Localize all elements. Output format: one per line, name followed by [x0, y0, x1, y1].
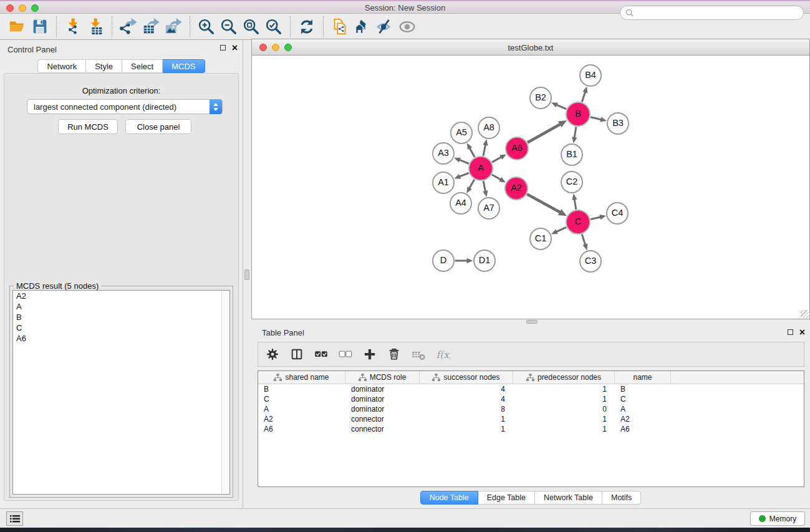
select-stepper-icon[interactable] [210, 99, 222, 114]
graph-edge-A2-C[interactable] [527, 194, 567, 216]
node-table-body[interactable]: Bdominator41BCdominator41CAdominator80AA… [258, 384, 804, 434]
cell-successor-nodes[interactable]: 1 [420, 414, 513, 424]
gear-button[interactable] [264, 345, 281, 364]
export-network-button[interactable] [117, 16, 140, 37]
column-header-shared-name[interactable]: shared name [258, 371, 345, 384]
cell-name[interactable]: B [615, 384, 671, 394]
network-window-titlebar[interactable]: testGlobe.txt [252, 39, 809, 56]
result-item-B[interactable]: B [13, 312, 229, 322]
graph-edge-C-C1[interactable] [551, 227, 566, 234]
hide-selected-button[interactable] [374, 16, 396, 37]
graph-edge-B-B1[interactable] [572, 127, 577, 143]
table-row-A2[interactable]: A2connector11A2 [258, 414, 804, 424]
add-button[interactable] [362, 345, 378, 364]
column-header-MCDS-role[interactable]: MCDS role [345, 371, 420, 384]
cell-shared-name[interactable]: A2 [258, 414, 345, 424]
graph-node-A5[interactable]: A5 [451, 122, 472, 143]
node-table[interactable]: shared nameMCDS rolesuccessor nodesprede… [258, 370, 804, 487]
table-row-A[interactable]: Adominator80A [258, 404, 804, 414]
cell-successor-nodes[interactable]: 4 [420, 394, 513, 404]
delete-table-button[interactable] [410, 345, 427, 364]
close-panel-button[interactable]: Close panel [125, 119, 191, 134]
graph-edge-A-A8[interactable] [483, 139, 488, 156]
graph-node-B4[interactable]: B4 [580, 65, 601, 86]
horizontal-split-divider[interactable] [251, 319, 810, 324]
task-history-button[interactable] [6, 511, 23, 526]
graph-edge-A-A5[interactable] [467, 143, 475, 157]
tab-network[interactable]: Network [37, 59, 86, 73]
tab-node-table[interactable]: Node Table [420, 491, 478, 505]
cell-successor-nodes[interactable]: 1 [420, 424, 513, 434]
graph-node-A2[interactable]: A2 [505, 177, 528, 200]
column-header-name[interactable]: name [615, 371, 671, 384]
result-item-C[interactable]: C [13, 322, 229, 333]
close-table-panel-icon[interactable]: × [799, 329, 805, 335]
graph-node-A1[interactable]: A1 [433, 172, 454, 193]
search-field[interactable] [620, 6, 804, 20]
graph-node-B2[interactable]: B2 [530, 87, 551, 109]
tab-style[interactable]: Style [86, 59, 122, 73]
result-item-A6[interactable]: A6 [13, 333, 229, 344]
export-image-button[interactable] [162, 16, 185, 37]
graph-node-A6[interactable]: A6 [506, 137, 528, 160]
export-table-button[interactable] [140, 16, 162, 37]
column-header-successor-nodes[interactable]: successor nodes [420, 371, 513, 384]
graph-node-B3[interactable]: B3 [607, 113, 629, 134]
float-table-panel-icon[interactable] [788, 329, 793, 335]
search-input[interactable] [635, 9, 803, 17]
horizontal-split-handle[interactable] [526, 320, 538, 324]
cell-name[interactable]: A [615, 404, 671, 414]
result-item-A[interactable]: A [13, 301, 229, 312]
cell-shared-name[interactable]: C [258, 394, 345, 404]
graph-edge-D-D1[interactable] [455, 258, 473, 263]
graph-node-A4[interactable]: A4 [450, 193, 471, 214]
zoom-in-button[interactable] [195, 16, 218, 37]
cell-MCDS-role[interactable]: dominator [345, 404, 420, 414]
graph-edge-B-B3[interactable] [591, 117, 607, 122]
graph-edge-B-B4[interactable] [582, 87, 587, 102]
cell-predecessor-nodes[interactable]: 1 [513, 414, 615, 424]
graph-node-C4[interactable]: C4 [607, 203, 628, 224]
save-button[interactable] [29, 16, 51, 37]
cell-MCDS-role[interactable]: dominator [345, 394, 420, 404]
graph-edge-B-B2[interactable] [551, 102, 566, 109]
tab-network-table[interactable]: Network Table [535, 491, 602, 505]
refresh-button[interactable] [296, 16, 318, 37]
graph-node-B1[interactable]: B1 [561, 144, 582, 165]
show-all-button[interactable] [396, 16, 418, 37]
graph-node-A7[interactable]: A7 [478, 198, 499, 219]
cell-MCDS-role[interactable]: connector [345, 424, 420, 434]
function-button[interactable]: f(x) [435, 345, 451, 364]
cell-predecessor-nodes[interactable]: 1 [513, 394, 615, 404]
import-network-button[interactable] [62, 16, 84, 37]
table-row-C[interactable]: Cdominator41C [258, 394, 804, 404]
result-list-scrollbar[interactable] [221, 291, 229, 494]
graph-node-C2[interactable]: C2 [561, 172, 582, 193]
graph-edge-A-A1[interactable] [454, 173, 469, 178]
network-document-button[interactable] [329, 16, 351, 37]
select-all-button[interactable] [313, 345, 329, 364]
tab-motifs[interactable]: Motifs [602, 491, 641, 505]
graph-node-A[interactable]: A [469, 157, 493, 180]
vertical-split-divider[interactable] [243, 40, 251, 508]
graph-node-C3[interactable]: C3 [580, 251, 601, 272]
vertical-split-handle[interactable] [244, 269, 249, 280]
cell-name[interactable]: C [615, 394, 671, 404]
graph-edge-A-A4[interactable] [466, 180, 475, 193]
cell-successor-nodes[interactable]: 4 [420, 384, 513, 394]
graph-node-C[interactable]: C [566, 210, 590, 234]
tab-edge-table[interactable]: Edge Table [478, 491, 535, 505]
home-button[interactable] [351, 16, 374, 37]
close-panel-icon[interactable]: × [232, 45, 238, 51]
cell-MCDS-role[interactable]: dominator [345, 384, 420, 394]
zoom-out-button[interactable] [218, 16, 240, 37]
float-panel-icon[interactable] [220, 45, 226, 51]
cell-predecessor-nodes[interactable]: 0 [513, 404, 615, 414]
graph-edge-A6-B[interactable] [528, 120, 567, 143]
cell-shared-name[interactable]: A6 [258, 424, 345, 434]
cell-successor-nodes[interactable]: 8 [420, 404, 513, 414]
cell-MCDS-role[interactable]: connector [345, 414, 420, 424]
table-row-B[interactable]: Bdominator41B [258, 384, 804, 394]
graph-node-A8[interactable]: A8 [478, 117, 499, 138]
cell-predecessor-nodes[interactable]: 1 [513, 424, 615, 434]
